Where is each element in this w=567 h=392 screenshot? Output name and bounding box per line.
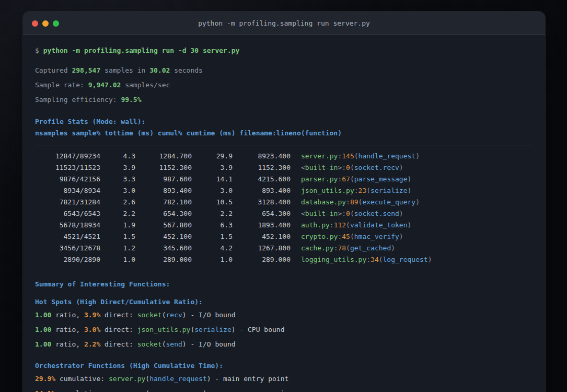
summary-heading: Summary of Interesting Functions: <box>35 279 533 290</box>
file-name: parser.py <box>301 175 338 183</box>
orchestrator-heading: Orchestrator Functions (High Cumulative … <box>35 361 533 371</box>
cumul-pct-cell: 6.3 <box>192 220 233 231</box>
direct-pct: 3.0% <box>84 326 100 333</box>
captured-label: Captured <box>35 66 72 74</box>
cumulative-label: cumulative: <box>55 389 109 392</box>
function-name: get_cached <box>350 244 391 252</box>
cumulative-pct: 14.1% <box>35 389 55 392</box>
traffic-lights <box>32 11 59 35</box>
colon: : <box>342 210 346 217</box>
file-name: logging_utils.py <box>301 256 366 263</box>
close-button[interactable] <box>32 20 38 27</box>
ratio-label: ratio, <box>51 326 84 333</box>
table-row: 4521/45211.5452.1001.5452.100crypto.py:4… <box>35 231 533 243</box>
rate-label: Sample rate: <box>35 81 88 89</box>
ratio-value: 1.00 <box>35 311 51 319</box>
colon: : <box>342 164 346 171</box>
file-name: json_utils.py <box>301 187 354 194</box>
tottime-cell: 567.800 <box>135 220 192 231</box>
function-name: hmac_verify <box>354 233 399 240</box>
zoom-button[interactable] <box>53 20 59 27</box>
tottime-cell: 1284.700 <box>135 151 192 162</box>
sample-pct-cell: 3.3 <box>100 174 135 185</box>
paren: ) <box>415 152 420 160</box>
function-name: log_request <box>383 256 428 263</box>
hot-spot-line: 1.00 ratio, 2.2% direct: socket(send) - … <box>35 339 533 350</box>
hot-spot-note: - CPU bound <box>236 326 285 333</box>
terminal-window: python -m profiling.sampling run server.… <box>22 11 546 392</box>
sample-rate-line: Sample rate: 9,947.02 samples/sec <box>35 80 533 90</box>
paren: ( <box>366 187 371 194</box>
paren: ( <box>350 175 354 183</box>
location-cell: database.py:89(execute_query) <box>301 197 420 208</box>
paren: ) <box>399 210 403 217</box>
table-row: 11523/115233.91152.3003.91152.300<built-… <box>35 162 533 174</box>
cumtime-cell: 289.000 <box>233 254 291 266</box>
sample-pct-cell: 3.9 <box>100 162 135 174</box>
cumul-pct-cell: 29.9 <box>192 151 233 162</box>
table-row: 7821/312842.6782.10010.53128.400database… <box>35 197 533 208</box>
line-number: 0 <box>346 210 350 217</box>
function-name: handle_request <box>149 375 207 383</box>
hot-spot-line: 1.00 ratio, 3.0% direct: json_utils.py(s… <box>35 325 533 335</box>
cumul-pct-cell: 4.2 <box>192 243 233 254</box>
cumtime-cell: 452.100 <box>233 231 291 243</box>
function-name: serialize <box>371 187 407 194</box>
sample-pct-cell: 2.6 <box>100 197 135 208</box>
direct-pct: 3.9% <box>84 311 100 319</box>
direct-label: direct: <box>100 326 137 333</box>
titlebar[interactable]: python -m profiling.sampling run server.… <box>23 11 545 35</box>
file-bracket: < <box>301 210 305 217</box>
cumtime-cell: 654.300 <box>233 208 291 220</box>
colon: : <box>346 198 350 206</box>
hot-spot-note: - I/O bound <box>187 311 236 319</box>
table-row: 6543/65432.2654.3002.2654.300<built-in>:… <box>35 208 533 220</box>
terminal-content[interactable]: $ python -m profiling.sampling run -d 30… <box>23 35 545 392</box>
direct-pct: 2.2% <box>84 340 100 348</box>
hot-spot-line: 1.00 ratio, 3.9% direct: socket(recv) - … <box>35 310 533 320</box>
tottime-cell: 452.100 <box>135 231 192 243</box>
file-name: built-in <box>305 210 338 217</box>
file-name: auth.py <box>301 221 330 229</box>
tottime-cell: 987.600 <box>135 174 192 185</box>
tottime-cell: 782.100 <box>135 197 192 208</box>
tottime-cell: 1152.300 <box>135 162 192 174</box>
file-name: crypto.py <box>301 233 338 240</box>
paren: ( <box>162 340 166 348</box>
nsamples-cell: 3456/12678 <box>35 243 100 254</box>
nsamples-cell: 7821/31284 <box>35 197 100 208</box>
module-name: server.py <box>109 375 145 383</box>
captured-suffix: seconds <box>170 66 203 74</box>
location-cell: cache.py:78(get_cached) <box>301 243 395 254</box>
efficiency-value: 99.5% <box>121 96 141 103</box>
paren: ) <box>399 164 403 171</box>
location-cell: auth.py:112(validate_token) <box>301 220 411 231</box>
cumtime-cell: 1893.400 <box>233 220 291 231</box>
captured-line: Captured 298,547 samples in 30.02 second… <box>35 65 533 76</box>
paren: ) <box>207 375 211 383</box>
efficiency-label: Sampling efficiency: <box>35 96 121 103</box>
ratio-label: ratio, <box>51 311 84 319</box>
line-number: 145 <box>342 152 354 160</box>
location-cell: <built-in>:0(socket.recv) <box>301 162 403 174</box>
minimize-button[interactable] <box>42 20 49 27</box>
sample-pct-cell: 4.3 <box>100 151 135 162</box>
location-cell: crypto.py:45(hmac_verify) <box>301 231 403 243</box>
table-row: 2890/28901.0289.0001.0289.000logging_uti… <box>35 254 533 266</box>
paren: ( <box>145 389 149 392</box>
sample-pct-cell: 1.5 <box>100 231 135 243</box>
colon: : <box>354 187 358 194</box>
location-cell: logging_utils.py:34(log_request) <box>301 254 432 266</box>
orchestrator-note: - message processing <box>207 389 293 392</box>
file-bracket: < <box>301 164 305 171</box>
paren: ) <box>428 256 432 263</box>
sample-pct-cell: 1.0 <box>100 254 135 266</box>
table-columns-header: nsamples sample% tottime (ms) cumul% cum… <box>35 128 533 139</box>
cumul-pct-cell: 1.0 <box>192 254 233 266</box>
cumul-pct-cell: 14.1 <box>192 174 233 185</box>
profile-stats-heading: Profile Stats (Mode: wall): <box>35 117 533 127</box>
module-name: json_utils.py <box>137 326 191 333</box>
window-title: python -m profiling.sampling run server.… <box>23 19 545 27</box>
paren: ( <box>350 233 354 240</box>
rate-suffix: samples/sec <box>121 81 170 89</box>
